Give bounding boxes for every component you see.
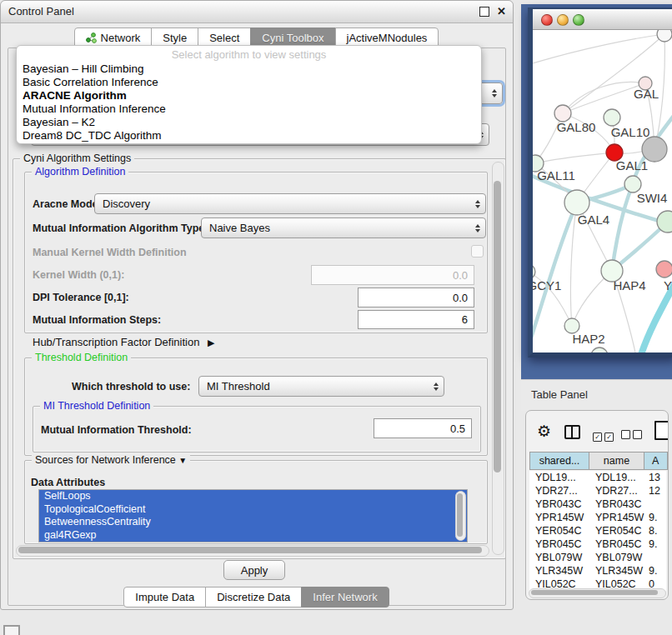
sources-title[interactable]: Sources for Network Inference ▼ (32, 454, 190, 466)
attribute-item[interactable]: gal4RGexp (39, 529, 467, 542)
control-panel-titlebar: Control Panel ✕ (1, 1, 513, 23)
network-node-gal10[interactable] (604, 109, 620, 126)
table-row[interactable]: YDR27...YDR27...12 (529, 484, 666, 498)
node-label: GAL80 (557, 120, 596, 134)
column-visibility-icon[interactable] (564, 425, 580, 439)
settings-vscroll-thumb[interactable] (494, 181, 501, 472)
tab-style-label: Style (163, 32, 187, 44)
mi-type-combo[interactable]: Naive Bayes (201, 218, 486, 238)
dpi-tolerance-label: DPI Tolerance [0,1]: (33, 292, 129, 303)
tab-infer-network[interactable]: Infer Network (301, 587, 389, 608)
attributes-vscroll[interactable] (455, 491, 466, 541)
select-all-checkboxes-icon[interactable]: ✓✓ (593, 428, 616, 442)
mi-threshold-field[interactable]: 0.5 (374, 418, 472, 438)
algorithm-option[interactable]: Bayesian – Hill Climbing (20, 62, 478, 76)
collapsed-arrow-icon: ▶ (208, 338, 214, 348)
node-label: GAL10 (611, 125, 650, 139)
algorithm-option[interactable]: Bayesian – K2 (20, 116, 478, 129)
column-header-label: name (604, 455, 629, 467)
mi-steps-value: 6 (462, 313, 468, 326)
node-label: HAP2 (572, 332, 604, 346)
algorithm-option[interactable]: Basic Correlation Inference (20, 76, 478, 89)
table-row[interactable]: YLR345WYLR345W9. (529, 564, 666, 578)
tab-network-label: Network (101, 32, 141, 44)
attributes-vscroll-thumb[interactable] (457, 493, 463, 537)
mi-type-label: Mutual Information Algorithm Type: (33, 222, 208, 234)
network-node-swi4[interactable] (624, 176, 641, 192)
network-window-titlebar[interactable] (533, 9, 672, 30)
column-header-partial[interactable]: A (644, 452, 668, 470)
tab-jactivemnodules-label: jActiveMNodules (347, 32, 428, 44)
table-row[interactable]: YDL19...YDL19...13 (529, 471, 666, 484)
network-view-window[interactable]: GAL GAL80 GAL10 GAL1 GAL11 SWI4 GAL4 GCY… (528, 8, 672, 358)
table-horizontal-scrollbar[interactable] (529, 588, 666, 598)
network-node[interactable] (591, 348, 608, 353)
node-label: GAL (634, 87, 659, 101)
manual-kernel-label: Manual Kernel Width Definition (33, 247, 187, 258)
which-threshold-label: Which threshold to use: (72, 381, 190, 392)
table-hscroll-thumb[interactable] (531, 590, 658, 595)
tab-infer-network-label: Infer Network (313, 591, 377, 603)
algorithm-dropdown-placeholder: Select algorithm to view settings (17, 48, 481, 61)
hub-tf-label: Hub/Transcription Factor Definition (33, 336, 199, 348)
close-traffic-light[interactable] (541, 14, 553, 26)
table-row[interactable]: YBL079WYBL079W (529, 551, 666, 564)
algorithm-option-selected[interactable]: ARACNE Algorithm (20, 89, 478, 102)
table-panel: ⚙ ✓✓ shared... name A YDL19...YDL19...13… (525, 410, 669, 600)
mi-steps-field[interactable]: 6 (358, 310, 474, 329)
attribute-item[interactable]: BetweennessCentrality (39, 516, 467, 529)
apply-button[interactable]: Apply (223, 560, 285, 580)
table-panel-header: Table Panel (521, 379, 672, 411)
minimize-traffic-light[interactable] (557, 14, 569, 26)
node-label: Y (664, 278, 672, 292)
apply-button-label: Apply (241, 564, 268, 577)
settings-vertical-scrollbar[interactable] (492, 162, 504, 555)
tab-impute-data[interactable]: Impute Data (123, 587, 206, 608)
network-node-gal80[interactable] (554, 105, 571, 122)
close-icon[interactable]: ✕ (497, 7, 506, 17)
network-node[interactable] (656, 261, 672, 278)
which-threshold-combo[interactable]: MI Threshold (198, 376, 444, 397)
expanded-arrow-icon: ▼ (178, 456, 187, 465)
data-attributes-list: SelfLoops TopologicalCoefficient Between… (38, 489, 468, 542)
algorithm-dropdown-list: Select algorithm to view settings Bayesi… (16, 45, 482, 144)
which-threshold-value: MI Threshold (207, 380, 270, 392)
table-settings-gear-icon[interactable]: ⚙ (537, 422, 551, 441)
collapsed-panel-grip[interactable] (3, 625, 20, 635)
tab-select-label: Select (209, 32, 239, 44)
aracne-mode-combo[interactable]: Discovery (94, 193, 486, 214)
node-label: GAL11 (537, 168, 575, 182)
kernel-width-field[interactable]: 0.0 (311, 265, 474, 285)
network-node-gcy1[interactable] (533, 264, 535, 279)
algorithm-option[interactable]: Mutual Information Inference (20, 102, 478, 116)
deselect-all-checkboxes-icon[interactable] (621, 428, 644, 442)
attribute-item[interactable]: TopologicalCoefficient (39, 503, 467, 517)
zoom-traffic-light[interactable] (573, 14, 584, 26)
cyni-bottom-tabbar: Impute Data Discretize Data Infer Networ… (1, 587, 513, 608)
network-node[interactable] (657, 30, 672, 42)
export-table-icon[interactable] (654, 421, 669, 440)
float-window-icon[interactable] (479, 7, 489, 17)
network-node-gal4[interactable] (564, 190, 589, 215)
settings-horizontal-scrollbar[interactable] (16, 545, 489, 557)
algorithm-option[interactable]: Dream8 DC_TDC Algorithm (20, 129, 478, 142)
column-header-name[interactable]: name (589, 452, 644, 470)
table-row[interactable]: YER054CYER054C8. (529, 524, 666, 538)
column-header-shared-name[interactable]: shared... (529, 452, 589, 470)
tab-discretize-data[interactable]: Discretize Data (205, 587, 302, 608)
table-row[interactable]: YPR145WYPR145W9. (529, 511, 666, 524)
mi-threshold-value: 0.5 (450, 422, 465, 435)
hub-tf-section-toggle[interactable]: Hub/Transcription Factor Definition ▶ (33, 336, 214, 348)
column-header-label: A (652, 455, 659, 467)
tab-discretize-data-label: Discretize Data (217, 591, 290, 603)
settings-hscroll-thumb[interactable] (18, 547, 482, 553)
network-canvas[interactable]: GAL GAL80 GAL10 GAL1 GAL11 SWI4 GAL4 GCY… (533, 30, 672, 353)
attribute-item[interactable]: SelfLoops (39, 490, 467, 503)
node-label: SWI4 (637, 191, 668, 205)
mi-threshold-group-title: MI Threshold Definition (40, 400, 153, 412)
manual-kernel-checkbox[interactable] (471, 245, 484, 258)
table-row[interactable]: YBR045CYBR045C9. (529, 538, 666, 551)
control-panel-title: Control Panel (8, 5, 74, 18)
table-row[interactable]: YBR043CYBR043C (529, 498, 666, 511)
dpi-tolerance-field[interactable]: 0.0 (358, 288, 474, 308)
